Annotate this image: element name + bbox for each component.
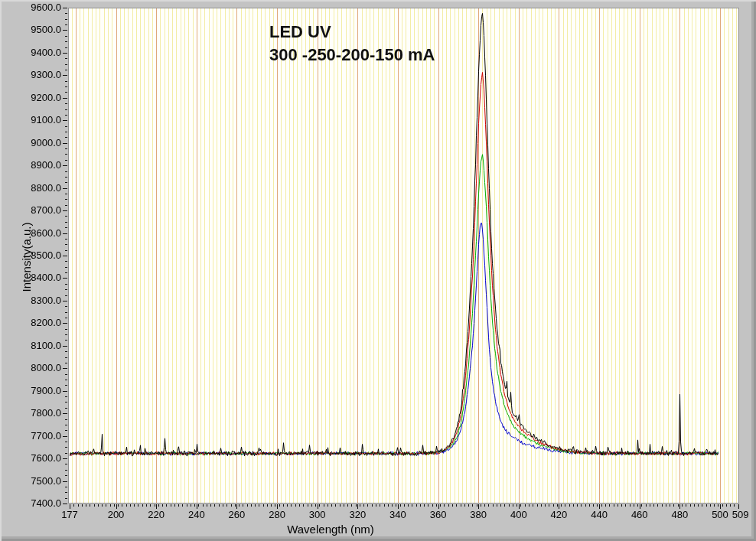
x-tick-label: 460 [624, 510, 655, 520]
x-tick-label: 340 [383, 510, 413, 520]
x-tick-label: 200 [101, 510, 132, 520]
y-tick-label: 9200.0 [0, 93, 61, 103]
y-tick-label: 7500.0 [0, 476, 61, 487]
y-tick-label: 9300.0 [0, 70, 61, 80]
y-tick-label: 8700.0 [0, 205, 61, 216]
y-tick-label: 8300.0 [0, 295, 61, 306]
y-tick-label: 8200.0 [0, 318, 61, 328]
chart-title-line2: 300 -250-200-150 mA [269, 44, 435, 67]
y-tick-label: 8400.0 [0, 272, 61, 283]
y-tick-label: 9500.0 [0, 24, 61, 35]
x-tick-label: 240 [181, 510, 212, 520]
x-tick-label: 400 [503, 510, 534, 520]
x-tick-label: 260 [221, 510, 252, 520]
x-tick-label: 300 [302, 510, 333, 520]
x-tick-label: 220 [141, 510, 171, 520]
y-tick-label: 9100.0 [0, 115, 61, 125]
y-tick-label: 8000.0 [0, 363, 61, 373]
y-tick-label: 7400.0 [0, 498, 61, 509]
y-tick-label: 8500.0 [0, 250, 61, 261]
chart-title-line1: LED UV [269, 21, 435, 44]
y-tick-label: 7700.0 [0, 431, 61, 442]
x-tick-label: 280 [262, 510, 292, 520]
y-tick-label: 7800.0 [0, 408, 61, 419]
y-tick-label: 9000.0 [0, 138, 61, 148]
y-tick-label: 7600.0 [0, 453, 61, 464]
chart-title: LED UV 300 -250-200-150 mA [269, 21, 435, 67]
x-tick-label: 509 [725, 510, 756, 520]
x-axis-label: Wavelength (nm) [216, 523, 445, 536]
y-tick-label: 8600.0 [0, 228, 61, 239]
x-tick-label: 360 [423, 510, 454, 520]
y-tick-label: 9400.0 [0, 47, 61, 58]
y-tick-label: 8800.0 [0, 183, 61, 194]
y-tick-label: 9600.0 [0, 2, 61, 13]
y-tick-label: 8900.0 [0, 160, 61, 171]
x-tick-label: 320 [342, 510, 373, 520]
x-tick-label: 480 [664, 510, 695, 520]
x-tick-label: 177 [54, 510, 85, 520]
y-tick-label: 8100.0 [0, 341, 61, 351]
x-tick-label: 380 [463, 510, 494, 520]
x-tick-label: 440 [584, 510, 614, 520]
y-tick-label: 7900.0 [0, 386, 61, 396]
x-tick-label: 420 [543, 510, 574, 520]
spectrometer-panel: LED UV 300 -250-200-150 mA Wavelength (n… [0, 0, 756, 541]
plot-area [68, 8, 739, 504]
